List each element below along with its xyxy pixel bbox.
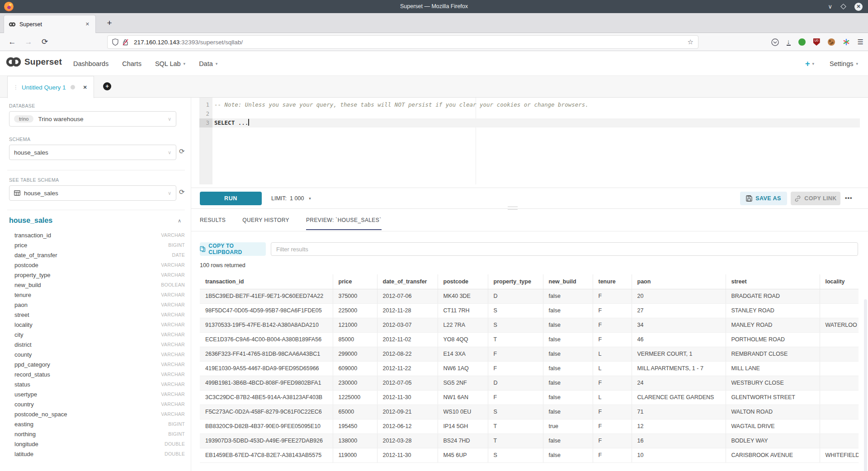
table-cell: F (488, 361, 543, 376)
ublock-icon[interactable]: U0 (813, 38, 820, 46)
tab-results[interactable]: RESULTS (200, 217, 226, 230)
url-bar[interactable]: 217.160.120.143:32393/superset/sqllab/ ☆ (107, 35, 698, 49)
table-schema-select[interactable]: house_sales ∨ (9, 185, 176, 201)
window-maximize-icon[interactable] (840, 4, 846, 9)
run-button[interactable]: RUN (200, 192, 262, 205)
column-header-tenure[interactable]: tenure (593, 274, 632, 289)
table-row: 91370533-19F5-47FE-B142-A380A8ADA2101210… (200, 318, 859, 332)
new-tab-button[interactable]: + (104, 18, 115, 28)
database-select[interactable]: trino Trino warehouse ∨ (9, 111, 176, 127)
limit-dropdown[interactable]: LIMIT: 1 000 ▾ (271, 192, 311, 205)
table-cell: F (593, 303, 632, 318)
bookmark-star-icon[interactable]: ☆ (688, 38, 693, 46)
window-minimize-icon[interactable]: ∨ (828, 4, 832, 9)
column-name: postcode_no_space (14, 411, 67, 418)
hamburger-menu-icon[interactable]: ☰ (858, 38, 863, 46)
table-cell: 230000 (333, 376, 377, 390)
column-header-new_build[interactable]: new_build (543, 274, 593, 289)
table-value: house_sales (24, 190, 58, 197)
column-header-date_of_transfer[interactable]: date_of_transfer (377, 274, 438, 289)
caret-down-icon: ▾ (856, 61, 858, 66)
table-cell: WESTBURY CLOSE (726, 376, 820, 390)
colorful-extension-icon[interactable] (843, 38, 850, 46)
window-title: Superset — Mozilla Firefox (0, 0, 868, 13)
column-type: VARCHAR (161, 401, 185, 407)
query-tab-title: Untitled Query 1 (22, 84, 66, 91)
add-query-tab-button[interactable]: + (103, 82, 111, 90)
superset-brand[interactable]: Superset (5, 57, 62, 67)
table-heading[interactable]: house_sales (9, 217, 52, 225)
downloads-icon[interactable]: ↓ (787, 39, 791, 46)
pane-drag-handle[interactable] (508, 207, 518, 210)
nav-data[interactable]: Data▾ (199, 60, 217, 67)
table-cell: 419E1030-9A55-4467-8DA9-9FED95D65966 (200, 361, 333, 376)
database-label: DATABASE (9, 103, 185, 108)
tab-query-history[interactable]: QUERY HISTORY (242, 217, 289, 230)
table-cell: 225000 (333, 303, 377, 318)
table-cell: MK40 3DE (438, 289, 488, 303)
forward-icon[interactable]: → (22, 33, 35, 51)
tab-preview-house-sales[interactable]: PREVIEW: `HOUSE_SALES` (306, 217, 382, 230)
column-name: locality (14, 321, 33, 328)
table-cell: F (593, 318, 632, 332)
window-close-icon[interactable]: ✕ (854, 3, 863, 11)
table-cell: EB1459EB-67ED-47C8-B2E7-A38143AB5575 (200, 448, 333, 462)
copy-link-button[interactable]: COPY LINK (791, 192, 840, 205)
table-cell: false (543, 376, 593, 390)
filter-results-input[interactable] (271, 242, 858, 256)
nav-sql-lab[interactable]: SQL Lab▾ (155, 60, 185, 67)
column-header-paon[interactable]: paon (632, 274, 726, 289)
drag-dots-icon[interactable]: ⋮ (13, 84, 18, 90)
column-header-price[interactable]: price (333, 274, 377, 289)
reload-icon[interactable]: ⟳ (38, 33, 52, 51)
table-cell (820, 390, 859, 405)
table-cell: WAGTAIL DRIVE (726, 419, 820, 433)
pocket-icon[interactable] (771, 38, 779, 46)
nav-dashboards[interactable]: Dashboards (73, 60, 108, 67)
column-header-property_type[interactable]: property_type (488, 274, 543, 289)
table-cell (820, 419, 859, 433)
column-type: VARCHAR (161, 272, 185, 278)
table-cell: MILL APARTMENTS, 1 - 7 (632, 361, 726, 376)
more-options-button[interactable]: ••• (845, 192, 853, 205)
nav-charts[interactable]: Charts (122, 60, 142, 67)
results-scrollbar[interactable] (864, 299, 867, 471)
table-cell: CT11 7RH (438, 303, 488, 318)
column-type: BIGINT (168, 431, 185, 437)
shield-icon[interactable] (112, 38, 118, 46)
column-header-locality[interactable]: locality (820, 274, 859, 289)
table-cell: 71 (632, 405, 726, 419)
column-header-street[interactable]: street (726, 274, 820, 289)
table-cell: false (543, 405, 593, 419)
cookie-extension-icon[interactable] (828, 38, 835, 46)
back-icon[interactable]: ← (5, 33, 19, 51)
table-cell: 195450 (333, 419, 377, 433)
sql-editor[interactable]: 1 -- Note: Unless you save your query, t… (191, 98, 868, 188)
table-cell: VERMEER COURT, 1 (632, 347, 726, 361)
table-cell (820, 303, 859, 318)
copy-to-clipboard-button[interactable]: COPY TO CLIPBOARD (200, 242, 266, 256)
tab-close-icon[interactable]: ✕ (84, 21, 91, 27)
column-header-postcode[interactable]: postcode (438, 274, 488, 289)
collapse-chevron-icon[interactable]: ∧ (178, 218, 181, 224)
privacy-badger-icon[interactable] (798, 38, 806, 46)
database-value: Trino warehouse (38, 116, 83, 122)
schema-select[interactable]: house_sales ∨ (9, 145, 176, 160)
column-type: VARCHAR (161, 342, 185, 347)
table-cell: 2012-03-28 (377, 433, 438, 448)
query-tab-active[interactable]: ⋮ Untitled Query 1 ✕ (7, 76, 94, 98)
save-as-button[interactable]: SAVE AS (740, 192, 787, 205)
refresh-schema-icon[interactable]: ⟳ (179, 148, 185, 155)
table-cell: F (488, 390, 543, 405)
column-header-transaction_id[interactable]: transaction_id (200, 274, 333, 289)
settings-menu[interactable]: Settings▾ (830, 60, 858, 67)
table-cell: BS24 7HD (438, 433, 488, 448)
browser-tab-superset[interactable]: Superset ✕ (4, 15, 96, 33)
add-new-button[interactable]: +▾ (805, 60, 814, 68)
insecure-lock-icon[interactable] (123, 39, 128, 46)
table-cell: NW1 6AN (438, 390, 488, 405)
refresh-table-icon[interactable]: ⟳ (179, 188, 185, 195)
column-type: VARCHAR (161, 411, 185, 417)
table-cell: false (543, 433, 593, 448)
query-tab-close-icon[interactable]: ✕ (83, 85, 87, 90)
